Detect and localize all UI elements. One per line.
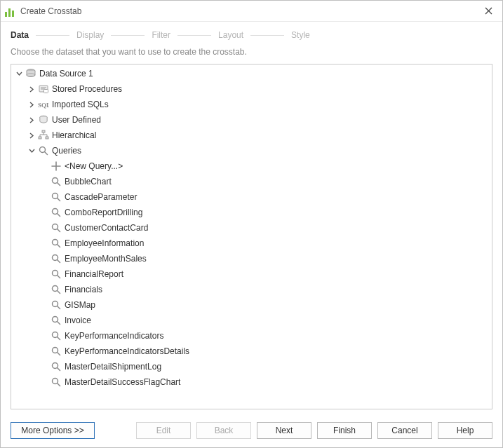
app-icon bbox=[5, 6, 16, 17]
close-icon[interactable] bbox=[480, 3, 497, 20]
wizard-steps: DataDisplayFilterLayoutStyle bbox=[1, 22, 502, 46]
userdef-icon bbox=[38, 114, 49, 125]
query-icon bbox=[51, 315, 62, 326]
tree-node-label: KeyPerformanceIndicators bbox=[65, 331, 163, 341]
titlebar: Create Crosstab bbox=[1, 1, 502, 22]
tree-node[interactable]: CustomerContactCard bbox=[11, 220, 492, 236]
tree-node-label: Data Source 1 bbox=[39, 69, 93, 79]
expand-icon[interactable] bbox=[27, 115, 36, 125]
query-icon bbox=[38, 145, 49, 156]
tree-node-label: BubbleChart bbox=[65, 177, 112, 186]
tree-node-label: CascadeParameter bbox=[65, 192, 137, 202]
tree-node-label: ComboReportDrilling bbox=[65, 208, 142, 217]
query-icon bbox=[51, 330, 62, 341]
query-icon bbox=[51, 376, 62, 388]
tree-node[interactable]: MasterDetailSuccessFlagChart bbox=[11, 374, 492, 390]
wizard-step-data: Data bbox=[11, 29, 29, 41]
hierarchy-icon bbox=[38, 130, 49, 141]
help-button[interactable]: Help bbox=[438, 422, 492, 439]
tree-node[interactable]: Imported SQLs bbox=[11, 97, 492, 112]
tree-node[interactable]: Data Source 1 bbox=[11, 66, 492, 81]
step-separator bbox=[111, 35, 145, 36]
wizard-step-layout[interactable]: Layout bbox=[218, 29, 243, 41]
wizard-step-display[interactable]: Display bbox=[76, 29, 104, 41]
collapse-icon[interactable] bbox=[27, 146, 36, 156]
back-button[interactable]: Back bbox=[196, 422, 251, 439]
query-icon bbox=[51, 222, 62, 233]
tree-node-label: Hierarchical bbox=[52, 130, 96, 140]
step-separator bbox=[250, 35, 284, 36]
dataset-tree[interactable]: Data Source 1Stored ProceduresImported S… bbox=[11, 64, 492, 409]
tree-node-label: Queries bbox=[52, 146, 81, 156]
tree-node[interactable]: Invoice bbox=[11, 313, 492, 328]
edit-button[interactable]: Edit bbox=[136, 422, 191, 439]
tree-node[interactable]: GISMap bbox=[11, 297, 492, 313]
tree-node[interactable]: EmployeeMonthSales bbox=[11, 251, 492, 266]
tree-node[interactable]: EmployeeInformation bbox=[11, 236, 492, 251]
tree-node-label: KeyPerformanceIndicatorsDetails bbox=[65, 346, 189, 356]
expand-icon[interactable] bbox=[27, 84, 36, 94]
tree-node-label: EmployeeMonthSales bbox=[65, 254, 147, 264]
expand-icon[interactable] bbox=[27, 100, 36, 109]
step-separator bbox=[36, 35, 69, 36]
tree-node-label: Invoice bbox=[65, 315, 91, 325]
query-icon bbox=[51, 299, 62, 311]
plus-icon bbox=[51, 161, 62, 172]
step-separator bbox=[177, 35, 211, 36]
tree-node-label: Stored Procedures bbox=[52, 84, 122, 94]
tree-node-label: MasterDetailSuccessFlagChart bbox=[65, 377, 180, 387]
query-icon bbox=[51, 191, 62, 203]
storedproc-icon bbox=[38, 83, 49, 95]
tree-node[interactable]: Hierarchical bbox=[11, 128, 492, 143]
tree-node[interactable]: BubbleChart bbox=[11, 174, 492, 189]
database-icon bbox=[25, 68, 36, 79]
tree-node[interactable]: User Defined bbox=[11, 112, 492, 128]
tree-node-label: User Defined bbox=[52, 115, 101, 125]
tree-node[interactable]: MasterDetailShipmentLog bbox=[11, 359, 492, 374]
cancel-button[interactable]: Cancel bbox=[377, 422, 432, 439]
query-icon bbox=[51, 346, 62, 357]
wizard-step-filter[interactable]: Filter bbox=[152, 29, 170, 41]
tree-node-label: Imported SQLs bbox=[52, 100, 109, 109]
finish-button[interactable]: Finish bbox=[317, 422, 372, 439]
tree-node[interactable]: CascadeParameter bbox=[11, 189, 492, 205]
query-icon bbox=[51, 284, 62, 295]
next-button[interactable]: Next bbox=[257, 422, 311, 439]
tree-node-label: FinancialReport bbox=[65, 269, 123, 279]
tree-node[interactable]: ComboReportDrilling bbox=[11, 205, 492, 220]
query-icon bbox=[51, 238, 62, 249]
sql-icon bbox=[38, 99, 49, 110]
query-icon bbox=[51, 269, 62, 280]
tree-node[interactable]: KeyPerformanceIndicatorsDetails bbox=[11, 344, 492, 359]
expand-icon[interactable] bbox=[27, 130, 36, 140]
tree-node[interactable]: KeyPerformanceIndicators bbox=[11, 328, 492, 344]
query-icon bbox=[51, 361, 62, 372]
tree-node-label: EmployeeInformation bbox=[65, 238, 144, 248]
tree-node[interactable]: Queries bbox=[11, 143, 492, 158]
more-options-button[interactable]: More Options >> bbox=[11, 422, 95, 439]
dialog-create-crosstab: Create Crosstab DataDisplayFilterLayoutS… bbox=[0, 0, 503, 448]
button-bar: More Options >> Edit Back Next Finish Ca… bbox=[1, 416, 502, 447]
query-icon bbox=[51, 176, 62, 187]
window-title: Create Crosstab bbox=[20, 6, 81, 16]
tree-node-label: <New Query...> bbox=[65, 161, 123, 171]
collapse-icon[interactable] bbox=[14, 69, 24, 79]
tree-node[interactable]: <New Query...> bbox=[11, 158, 492, 174]
instruction-text: Choose the dataset that you want to use … bbox=[1, 46, 502, 64]
tree-node-label: GISMap bbox=[65, 300, 95, 310]
tree-node-label: MasterDetailShipmentLog bbox=[65, 362, 161, 372]
query-icon bbox=[51, 253, 62, 264]
query-icon bbox=[51, 207, 62, 218]
tree-node[interactable]: Stored Procedures bbox=[11, 81, 492, 97]
tree-node[interactable]: FinancialReport bbox=[11, 266, 492, 282]
tree-node[interactable]: Financials bbox=[11, 282, 492, 297]
tree-node-label: CustomerContactCard bbox=[65, 223, 148, 233]
tree-node-label: Financials bbox=[65, 285, 102, 294]
wizard-step-style[interactable]: Style bbox=[291, 29, 310, 41]
